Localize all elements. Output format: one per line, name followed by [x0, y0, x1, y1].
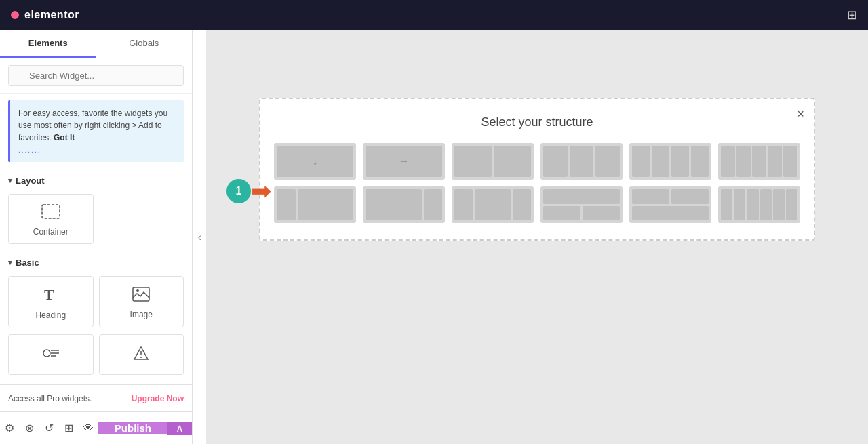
- search-container: 🔍: [8, 65, 184, 86]
- search-input[interactable]: [8, 65, 184, 86]
- history-icon: ↺: [45, 422, 54, 435]
- widget-partial-1[interactable]: [8, 334, 94, 375]
- app-wrapper: elementor ⊞ Elements Globals 🔍 For easy …: [0, 0, 868, 444]
- partial-icon-1: [41, 346, 60, 365]
- struct-4col[interactable]: [629, 143, 711, 180]
- collapse-sidebar-button[interactable]: ‹: [193, 30, 206, 444]
- sidebar: Elements Globals 🔍 For easy access, favo…: [0, 30, 193, 444]
- tabs: Elements Globals: [0, 30, 192, 58]
- svg-rect-0: [42, 205, 60, 218]
- right-arrow-icon: →: [399, 155, 410, 167]
- upgrade-link[interactable]: Upgrade Now: [132, 394, 184, 403]
- tip-dots: .......: [18, 145, 176, 155]
- tab-elements[interactable]: Elements: [0, 30, 96, 58]
- struct-stacked-1-2[interactable]: [540, 186, 623, 223]
- svg-point-10: [140, 357, 142, 358]
- image-icon: [132, 287, 150, 306]
- history-button[interactable]: ↺: [39, 412, 59, 444]
- widget-partial-2[interactable]: [99, 334, 184, 375]
- image-label: Image: [130, 310, 153, 319]
- svg-point-4: [43, 350, 50, 357]
- expand-button[interactable]: ∧: [167, 422, 192, 435]
- main-layout: Elements Globals 🔍 For easy access, favo…: [0, 30, 868, 444]
- arrow-indicator: 1 ➡: [226, 179, 271, 203]
- widget-container[interactable]: Container: [8, 194, 94, 244]
- layout-widget-grid: Container: [0, 190, 192, 251]
- container-label: Container: [33, 227, 68, 237]
- structure-grid-row1: ↓ →: [274, 143, 800, 180]
- struct-1col-horizontal[interactable]: →: [363, 143, 445, 180]
- template-icon: ⊞: [64, 422, 73, 435]
- search-wrapper: 🔍: [0, 58, 192, 94]
- layout-arrow-icon: ▾: [8, 176, 12, 185]
- header-left: elementor: [11, 9, 79, 21]
- layout-section-label: Layout: [16, 176, 45, 186]
- structure-modal: × Select your structure ↓: [259, 98, 815, 241]
- struct-1-3[interactable]: [274, 186, 356, 223]
- svg-text:T: T: [44, 286, 54, 302]
- heading-label: Heading: [35, 310, 66, 320]
- template-button[interactable]: ⊞: [59, 412, 79, 444]
- widget-image[interactable]: Image: [99, 276, 184, 327]
- step-number: 1: [226, 179, 251, 203]
- preview-button[interactable]: 👁: [79, 412, 98, 444]
- publish-button[interactable]: Publish: [98, 422, 167, 434]
- svg-point-3: [136, 289, 139, 292]
- basic-widget-grid: T Heading Image: [0, 272, 192, 334]
- down-arrow-icon: ↓: [313, 155, 318, 167]
- access-text: Access all Pro widgets.: [8, 394, 92, 403]
- partial-widget-grid: [0, 334, 192, 378]
- struct-5col[interactable]: [718, 143, 800, 180]
- tip-box: For easy access, favorite the widgets yo…: [8, 100, 184, 162]
- grid-icon[interactable]: ⊞: [847, 7, 857, 22]
- expand-icon: ∧: [176, 422, 184, 435]
- basic-section-label: Basic: [16, 258, 39, 268]
- modal-close-button[interactable]: ×: [797, 107, 804, 121]
- structure-grid-row2: [274, 186, 800, 223]
- got-it-link[interactable]: Got It: [54, 133, 75, 142]
- toolbar-actions: Publish ∧: [98, 422, 192, 435]
- struct-2col[interactable]: [452, 143, 534, 180]
- settings-icon: ⚙: [5, 422, 14, 435]
- app-title: elementor: [24, 9, 79, 21]
- struct-6col[interactable]: [718, 186, 800, 223]
- arrow-right-icon: ➡: [251, 179, 271, 203]
- struct-1col-vertical[interactable]: ↓: [274, 143, 356, 180]
- tab-globals[interactable]: Globals: [96, 30, 193, 58]
- struct-1-2-1[interactable]: [452, 186, 534, 223]
- layout-section-header[interactable]: ▾ Layout: [0, 169, 192, 190]
- header-dot: [11, 11, 19, 19]
- svg-rect-2: [133, 287, 149, 301]
- modal-title: Select your structure: [274, 115, 800, 129]
- container-icon: [41, 204, 60, 223]
- bottom-access-bar: Access all Pro widgets. Upgrade Now: [0, 384, 192, 411]
- canvas-area[interactable]: × Select your structure ↓: [206, 30, 868, 444]
- struct-3-1[interactable]: [363, 186, 445, 223]
- toolbar-bottom: ⚙ ⊗ ↺ ⊞ 👁 Publish ∧: [0, 411, 192, 444]
- settings-button[interactable]: ⚙: [0, 412, 20, 444]
- header: elementor ⊞: [0, 0, 868, 30]
- tip-text: For easy access, favorite the widgets yo…: [18, 108, 167, 142]
- layers-button[interactable]: ⊗: [20, 412, 39, 444]
- heading-icon: T: [42, 286, 60, 306]
- basic-section-header[interactable]: ▾ Basic: [0, 251, 192, 272]
- widget-heading[interactable]: T Heading: [8, 276, 94, 327]
- partial-icon-2: [132, 346, 151, 365]
- preview-icon: 👁: [83, 422, 94, 435]
- basic-arrow-icon: ▾: [8, 258, 12, 267]
- layers-icon: ⊗: [25, 422, 34, 435]
- struct-3col[interactable]: [540, 143, 623, 180]
- struct-stacked-2-1[interactable]: [629, 186, 711, 223]
